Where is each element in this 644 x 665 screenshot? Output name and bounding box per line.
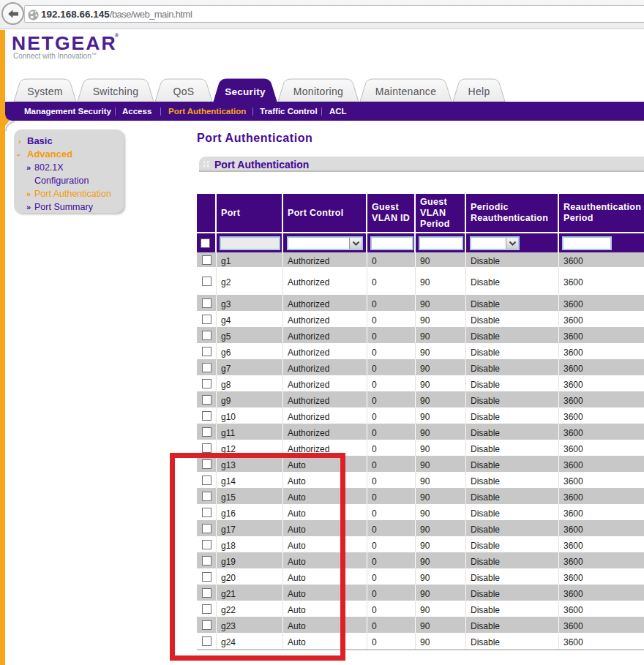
svg-text:Help: Help — [468, 86, 490, 97]
svg-text:Monitoring: Monitoring — [293, 86, 343, 97]
svg-text:System: System — [27, 86, 62, 97]
svg-text:QoS: QoS — [173, 86, 195, 97]
svg-text:Security: Security — [225, 86, 266, 97]
svg-text:Switching: Switching — [93, 86, 139, 97]
svg-text:Maintenance: Maintenance — [375, 86, 436, 97]
